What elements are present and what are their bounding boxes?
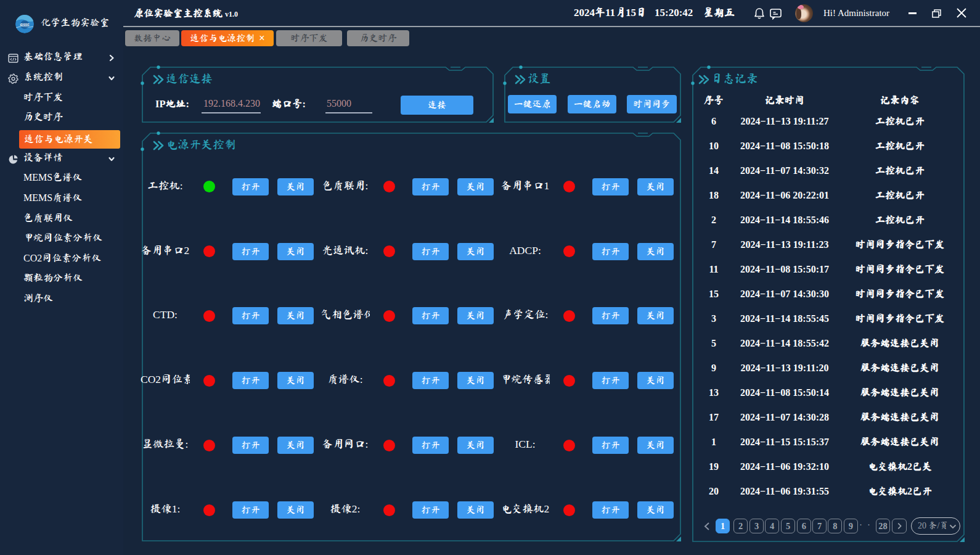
svg-text:iDSSE: iDSSE (20, 23, 30, 27)
